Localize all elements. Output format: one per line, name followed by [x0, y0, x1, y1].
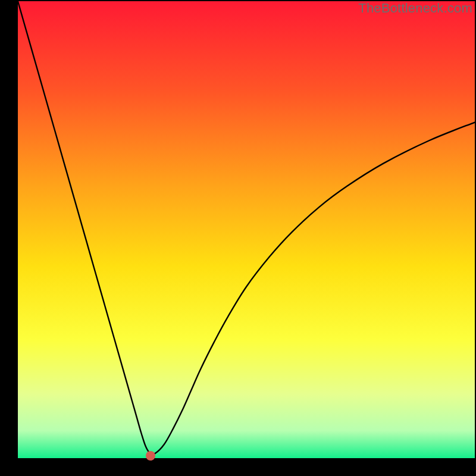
plot-area — [18, 1, 475, 458]
optimum-marker — [146, 451, 155, 461]
watermark-text: TheBottleneck.com — [358, 1, 472, 16]
curve-path — [18, 1, 475, 455]
chart-frame: TheBottleneck.com — [0, 0, 476, 476]
bottleneck-curve — [18, 1, 475, 458]
